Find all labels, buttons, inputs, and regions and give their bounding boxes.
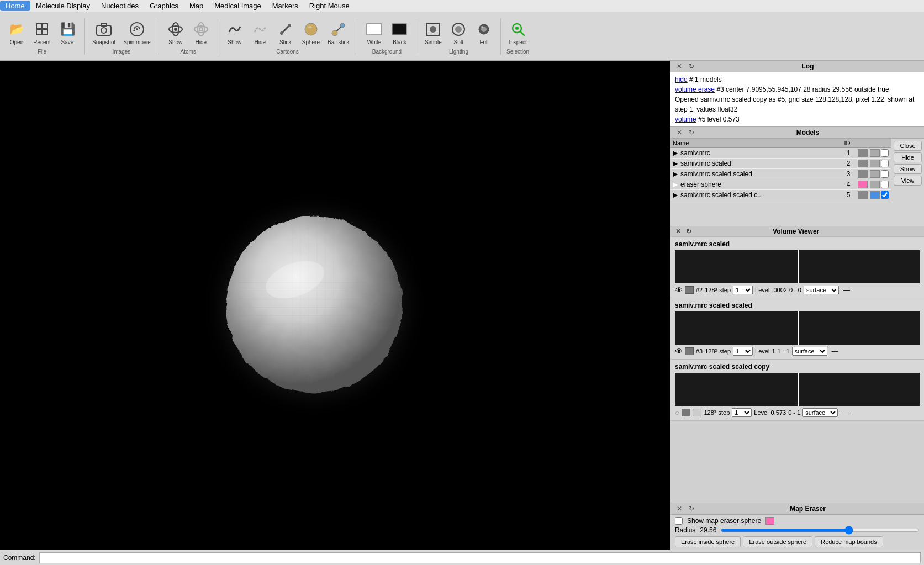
log-refresh-button[interactable]: ↻ (687, 62, 696, 70)
volume-display-2[interactable]: surface (792, 347, 827, 356)
models-close-btn[interactable]: Close (894, 141, 922, 151)
snapshot-button[interactable]: Snapshot (89, 18, 119, 47)
model-color-alt-5[interactable] (870, 191, 880, 199)
volume-step-3[interactable]: 1 (732, 408, 752, 417)
model-color-2[interactable] (858, 160, 868, 167)
model-checkbox-4[interactable] (881, 181, 889, 188)
svg-point-18 (305, 23, 317, 35)
svg-point-14 (199, 28, 203, 31)
models-id-header: ID (839, 140, 856, 146)
table-row[interactable]: ▶ eraser sphere 4 (670, 179, 891, 190)
expand-icon-4[interactable]: ▶ (673, 181, 680, 188)
open-button[interactable]: 📂 Open (4, 18, 29, 47)
models-show-btn[interactable]: Show (894, 164, 922, 174)
eraser-refresh-button[interactable]: ↻ (687, 505, 696, 513)
eraser-color-swatch[interactable] (765, 517, 774, 525)
volume-refresh-button[interactable]: ↻ (684, 228, 693, 235)
expand-icon-1[interactable]: ▶ (673, 149, 680, 157)
volume-histogram-2[interactable] (675, 311, 920, 345)
menu-right-mouse[interactable]: Right Mouse (304, 1, 355, 11)
model-color-alt-4[interactable] (870, 181, 880, 188)
show-cartoons-button[interactable]: Show (223, 18, 247, 47)
full-button[interactable]: Full (472, 18, 496, 47)
hide-cartoons-button[interactable]: Hide (248, 18, 272, 47)
volume-display-1[interactable]: surface (804, 286, 839, 294)
model-checkbox-5[interactable] (881, 191, 889, 199)
erase-inside-button[interactable]: Erase inside sphere (675, 536, 741, 547)
expand-icon-2[interactable]: ▶ (673, 160, 680, 167)
expand-icon-3[interactable]: ▶ (673, 170, 680, 178)
command-input[interactable] (39, 552, 921, 563)
models-refresh-button[interactable]: ↻ (687, 129, 696, 136)
ball-stick-button[interactable]: Ball stick (324, 18, 352, 47)
white-bg-button[interactable]: White (362, 18, 386, 47)
log-close-button[interactable]: ✕ (675, 62, 684, 70)
menu-markers[interactable]: Markers (267, 1, 304, 11)
recent-button[interactable]: Recent (30, 18, 54, 47)
model-color-alt-2[interactable] (870, 160, 880, 167)
save-button[interactable]: 💾 Save (55, 18, 80, 47)
models-close-button[interactable]: ✕ (675, 129, 684, 136)
sphere-button[interactable]: Sphere (299, 18, 323, 47)
stick-button[interactable]: Stick (273, 18, 298, 47)
model-color-3[interactable] (858, 170, 868, 178)
menu-home[interactable]: Home (0, 1, 30, 11)
soft-button[interactable]: Soft (446, 18, 471, 47)
table-row[interactable]: ▶ samiv.mrc scaled 2 (670, 159, 891, 169)
simple-button[interactable]: Simple (421, 18, 445, 47)
hide-atoms-button[interactable]: Hide (189, 18, 213, 47)
model-checkbox-2[interactable] (881, 160, 889, 167)
model-color-5[interactable] (858, 191, 868, 199)
menu-map[interactable]: Map (184, 1, 209, 11)
inspect-button[interactable]: Inspect (505, 18, 530, 47)
volume-name-2: samiv.mrc scaled scaled (673, 300, 922, 310)
black-bg-icon (390, 20, 408, 38)
log-hide-link[interactable]: hide (675, 76, 688, 83)
spin-movie-button[interactable]: Spin movie (120, 18, 154, 47)
volume-entry-close-3[interactable]: — (840, 409, 851, 416)
model-color-alt-1[interactable] (870, 149, 880, 157)
black-bg-button[interactable]: Black (387, 18, 411, 47)
menu-graphics[interactable]: Graphics (144, 1, 184, 11)
volume-step-1[interactable]: 1 (733, 286, 753, 294)
volume-entry-close-1[interactable]: — (841, 286, 852, 294)
reduce-map-bounds-button[interactable]: Reduce map bounds (815, 536, 883, 547)
eye-icon-3[interactable]: ○ (675, 408, 679, 417)
erase-outside-button[interactable]: Erase outside sphere (743, 536, 812, 547)
table-row[interactable]: ▶ samiv.mrc 1 (670, 148, 891, 159)
models-view-btn[interactable]: View (894, 176, 922, 186)
eye-icon-1[interactable]: 👁 (675, 286, 683, 294)
volume-histogram-1[interactable] (675, 250, 920, 283)
model-color-alt-3[interactable] (870, 170, 880, 178)
eraser-close-button[interactable]: ✕ (675, 505, 684, 513)
color-swatch-3b[interactable] (693, 409, 701, 416)
color-swatch-2[interactable] (685, 347, 694, 355)
show-atoms-button[interactable]: Show (163, 18, 188, 47)
table-row[interactable]: ▶ samiv.mrc scaled scaled 3 (670, 169, 891, 179)
model-color-4[interactable] (858, 181, 868, 188)
expand-icon-5[interactable]: ▶ (673, 191, 680, 199)
volume-histogram-3[interactable] (675, 373, 920, 406)
volume-close-button[interactable]: ✕ (674, 228, 683, 235)
volume-step-label-2: step (719, 348, 731, 355)
viewport[interactable] (0, 61, 670, 550)
show-eraser-checkbox[interactable] (675, 517, 683, 525)
radius-slider[interactable] (721, 529, 920, 532)
color-swatch-1[interactable] (685, 286, 694, 294)
color-swatch-3[interactable] (682, 409, 690, 416)
table-row[interactable]: ▶ samiv.mrc scaled scaled c... 5 (670, 190, 891, 200)
models-hide-btn[interactable]: Hide (894, 152, 922, 162)
log-volume-erase-link[interactable]: volume erase (675, 86, 715, 93)
menu-medical-image[interactable]: Medical Image (209, 1, 267, 11)
menu-molecule-display[interactable]: Molecule Display (30, 1, 96, 11)
radius-value: 29.56 (700, 526, 716, 534)
log-volume-link[interactable]: volume (675, 115, 696, 123)
model-color-1[interactable] (858, 149, 868, 157)
model-checkbox-1[interactable] (881, 149, 889, 157)
volume-step-2[interactable]: 1 (733, 347, 753, 356)
volume-entry-close-2[interactable]: — (830, 347, 841, 355)
model-checkbox-3[interactable] (881, 170, 889, 178)
menu-nucleotides[interactable]: Nucleotides (96, 1, 144, 11)
eye-icon-2[interactable]: 👁 (675, 347, 683, 356)
volume-display-3[interactable]: surface (802, 408, 838, 417)
